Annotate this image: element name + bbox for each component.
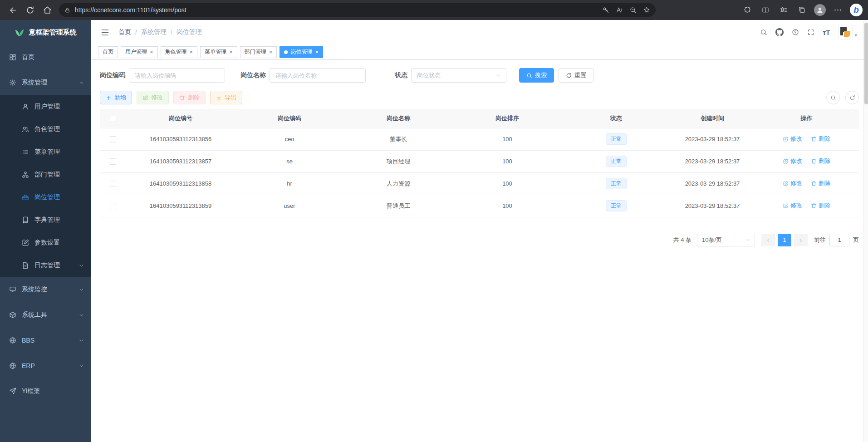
- tab-department-management[interactable]: 部门管理 ×: [240, 46, 277, 58]
- sidebar-item-system-tools[interactable]: 系统工具: [0, 302, 91, 328]
- caret-down-icon: ▾: [854, 31, 857, 39]
- sidebar-item-menu-management[interactable]: 菜单管理: [0, 141, 91, 163]
- sidebar-collapse-button[interactable]: [99, 26, 111, 39]
- close-icon[interactable]: ×: [229, 49, 233, 55]
- sidebar-item-user-management[interactable]: 用户管理: [0, 95, 91, 118]
- row-checkbox[interactable]: [110, 203, 116, 209]
- sidebar-item-home[interactable]: 首页: [0, 44, 91, 70]
- tab-post-management[interactable]: 岗位管理 ×: [280, 46, 323, 58]
- search-icon: [526, 73, 532, 79]
- row-edit-link[interactable]: 修改: [783, 135, 802, 143]
- edit-button[interactable]: 修改: [137, 91, 169, 104]
- table-row: 1641030593112313858 hr 人力资源 100 正常 2023-…: [100, 172, 859, 195]
- favorites-button[interactable]: [776, 3, 791, 17]
- breadcrumb-home[interactable]: 首页: [118, 28, 131, 36]
- collections-button[interactable]: [794, 3, 809, 17]
- row-edit-link[interactable]: 修改: [783, 157, 802, 165]
- row-delete-link[interactable]: 删除: [811, 135, 830, 143]
- user-menu[interactable]: ▾: [838, 25, 857, 39]
- refresh-table-button[interactable]: [845, 91, 859, 104]
- row-delete-link[interactable]: 删除: [811, 179, 830, 187]
- row-delete-link[interactable]: 删除: [811, 157, 830, 165]
- close-icon[interactable]: ×: [269, 49, 273, 55]
- toggle-search-button[interactable]: [826, 91, 840, 104]
- sidebar-item-yi-framework[interactable]: Yi框架: [0, 378, 91, 404]
- chevron-down-icon: [78, 287, 84, 293]
- row-edit-link[interactable]: 修改: [783, 201, 802, 210]
- breadcrumb-system-management[interactable]: 系统管理: [141, 28, 167, 36]
- browser-profile-button[interactable]: [813, 3, 827, 17]
- sidebar-item-parameter-settings[interactable]: 参数设置: [0, 231, 91, 254]
- close-icon[interactable]: ×: [315, 49, 319, 55]
- zoom-button[interactable]: [629, 6, 637, 14]
- close-icon[interactable]: ×: [150, 49, 153, 55]
- bing-sidebar-button[interactable]: b: [849, 3, 863, 17]
- next-page-button[interactable]: ›: [794, 234, 808, 246]
- delete-button[interactable]: 删除: [173, 91, 206, 104]
- github-icon: [775, 28, 784, 36]
- sidebar-item-role-management[interactable]: 角色管理: [0, 118, 91, 141]
- chevron-down-icon: [78, 338, 84, 344]
- select-all-checkbox[interactable]: [110, 116, 116, 122]
- sidebar-item-log-management[interactable]: 日志管理: [0, 254, 91, 277]
- sidebar-item-dictionary-management[interactable]: 字典管理: [0, 209, 91, 231]
- read-aloud-button[interactable]: [616, 6, 623, 14]
- page-size-select[interactable]: 10条/页: [697, 234, 755, 246]
- post-name-input[interactable]: [270, 68, 366, 83]
- post-code-input[interactable]: [129, 68, 225, 83]
- browser-back-button[interactable]: [5, 2, 21, 18]
- split-screen-button[interactable]: [758, 3, 773, 17]
- row-checkbox[interactable]: [110, 136, 116, 142]
- add-button[interactable]: 新增: [100, 91, 132, 104]
- app-title: 意框架管理系统: [29, 28, 77, 37]
- search-button[interactable]: 搜索: [519, 68, 554, 83]
- help-button[interactable]: [792, 29, 799, 36]
- row-delete-link[interactable]: 删除: [811, 201, 830, 210]
- export-button[interactable]: 导出: [210, 91, 242, 104]
- vertical-scrollbar[interactable]: [863, 20, 868, 442]
- page-number-button[interactable]: 1: [778, 234, 791, 246]
- row-edit-link[interactable]: 修改: [783, 179, 802, 187]
- github-link-button[interactable]: [775, 28, 784, 36]
- tab-menu-management[interactable]: 菜单管理 ×: [200, 46, 237, 58]
- fullscreen-button[interactable]: [807, 29, 814, 36]
- sidebar-item-bbs[interactable]: BBS: [0, 328, 91, 353]
- scrollbar-thumb[interactable]: [864, 23, 868, 104]
- gear-icon: [9, 79, 16, 86]
- status-badge: 正常: [606, 133, 627, 145]
- url-text[interactable]: https://ccnetcore.com:1101/system/post: [75, 6, 598, 14]
- trash-icon: [811, 158, 817, 164]
- search-icon: [830, 95, 836, 101]
- user-icon: [22, 103, 29, 110]
- close-icon[interactable]: ×: [190, 49, 193, 55]
- address-bar[interactable]: https://ccnetcore.com:1101/system/post: [59, 3, 656, 17]
- page-unit-label: 页: [853, 236, 859, 244]
- sidebar-item-erp[interactable]: ERP: [0, 353, 91, 378]
- header-search-button[interactable]: [760, 29, 767, 36]
- tab-user-management[interactable]: 用户管理 ×: [121, 46, 158, 58]
- row-checkbox[interactable]: [110, 158, 116, 165]
- status-badge: 正常: [606, 200, 627, 211]
- row-checkbox[interactable]: [110, 181, 116, 187]
- prev-page-button[interactable]: ‹: [761, 234, 775, 246]
- browser-refresh-button[interactable]: [22, 2, 38, 18]
- add-favorite-button[interactable]: [643, 6, 650, 14]
- sidebar-item-system-monitoring[interactable]: 系统监控: [0, 277, 91, 302]
- status-select[interactable]: 岗位状态: [411, 68, 506, 83]
- cell-post-name: 人力资源: [344, 172, 453, 195]
- reset-button[interactable]: 重置: [559, 68, 593, 83]
- browser-home-button[interactable]: [39, 2, 55, 18]
- active-tab-dot: [284, 50, 288, 54]
- sidebar-item-post-management[interactable]: 岗位管理: [0, 186, 91, 209]
- tab-home[interactable]: 首页: [98, 46, 118, 58]
- extensions-button[interactable]: [740, 3, 755, 17]
- address-bar-icons: [602, 6, 650, 14]
- sidebar-item-system-management[interactable]: 系统管理: [0, 70, 91, 95]
- password-key-button[interactable]: [602, 6, 609, 14]
- browser-menu-button[interactable]: ⋯: [831, 3, 845, 17]
- sidebar-item-department-management[interactable]: 部门管理: [0, 163, 91, 186]
- refresh-icon: [26, 6, 34, 15]
- font-size-button[interactable]: тT: [823, 29, 830, 36]
- tab-role-management[interactable]: 角色管理 ×: [161, 46, 198, 58]
- goto-page-input[interactable]: [829, 234, 849, 246]
